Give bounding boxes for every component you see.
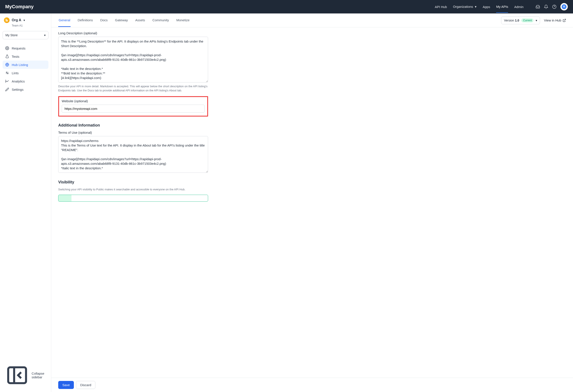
sidebar-item-analytics[interactable]: Analytics bbox=[3, 77, 48, 85]
main-header: General Definitions Docs Gateway Assets … bbox=[51, 14, 573, 27]
version-badge: Current bbox=[521, 18, 534, 22]
terms-label: Terms of Use (optional) bbox=[58, 131, 208, 134]
content-area: Long Description (optional) Describe you… bbox=[51, 27, 573, 378]
svg-rect-2 bbox=[6, 19, 6, 21]
tab-general[interactable]: General bbox=[58, 14, 71, 27]
sidebar-item-label: Lints bbox=[12, 71, 19, 75]
collapse-icon bbox=[5, 363, 29, 387]
sidebar-item-settings[interactable]: Settings bbox=[3, 85, 48, 94]
action-bar: Save Discard bbox=[51, 378, 573, 392]
sidebar-item-label: Tests bbox=[12, 55, 19, 58]
help-icon[interactable] bbox=[552, 4, 556, 9]
sidebar-item-label: Settings bbox=[12, 88, 23, 91]
svg-rect-4 bbox=[7, 20, 8, 21]
flask-icon bbox=[5, 54, 9, 58]
nav-api-hub[interactable]: API Hub bbox=[435, 5, 447, 9]
website-field-highlight: Website (optional) bbox=[58, 96, 208, 117]
header-icons: R bbox=[536, 3, 568, 10]
version-number: 1.0 bbox=[515, 19, 519, 22]
nav-organizations-label: Organizations bbox=[453, 5, 473, 8]
tab-docs[interactable]: Docs bbox=[100, 14, 108, 27]
chart-icon bbox=[5, 79, 9, 83]
svg-point-5 bbox=[7, 48, 8, 49]
visibility-alert bbox=[58, 195, 208, 202]
website-input[interactable] bbox=[62, 105, 205, 113]
nav-my-apis[interactable]: My APIs bbox=[496, 5, 508, 13]
nav-apps[interactable]: Apps bbox=[483, 5, 490, 9]
sidebar-item-label: Analytics bbox=[12, 79, 25, 83]
gear-icon bbox=[5, 46, 9, 50]
avatar-letter: R bbox=[562, 4, 567, 9]
tab-monetize[interactable]: Monetize bbox=[176, 14, 190, 27]
store-select-label: My Store bbox=[5, 34, 18, 37]
version-prefix: Version bbox=[504, 19, 515, 22]
svg-rect-3 bbox=[6, 19, 7, 21]
version-label: Version 1.0 bbox=[504, 19, 519, 22]
sidebar-item-label: Requests bbox=[12, 47, 25, 50]
external-link-icon bbox=[563, 19, 566, 22]
svg-line-15 bbox=[564, 19, 566, 21]
org-name: Org A bbox=[12, 18, 21, 22]
store-select[interactable]: My Store ▾ bbox=[3, 31, 48, 39]
visibility-help: Switching your API visibility to Public … bbox=[58, 187, 208, 192]
long-description-help: Describe your API in more detail. Markdo… bbox=[58, 85, 208, 93]
brand-logo: MyCompany bbox=[5, 4, 34, 10]
collapse-sidebar-label: Collapse sidebar bbox=[32, 372, 46, 379]
save-button[interactable]: Save bbox=[58, 381, 74, 389]
discard-button[interactable]: Discard bbox=[76, 381, 95, 389]
visibility-heading: Visibility bbox=[58, 180, 208, 185]
org-icon bbox=[4, 17, 10, 23]
sidebar-item-tests[interactable]: Tests bbox=[3, 52, 48, 61]
team-name: Team A1 bbox=[3, 24, 48, 27]
tab-definitions[interactable]: Definitions bbox=[77, 14, 93, 27]
website-label: Website (optional) bbox=[62, 99, 205, 103]
org-selector[interactable]: Org A ▾ bbox=[3, 17, 48, 24]
tab-assets[interactable]: Assets bbox=[135, 14, 145, 27]
view-in-hub-link[interactable]: View in Hub bbox=[544, 18, 566, 22]
sliders-icon bbox=[5, 71, 9, 75]
nav-admin[interactable]: Admin bbox=[514, 5, 523, 9]
nav-organizations[interactable]: Organizations ▾ bbox=[453, 5, 477, 9]
tab-gateway[interactable]: Gateway bbox=[115, 14, 128, 27]
sidebar-item-hub-listing[interactable]: Hub Listing bbox=[3, 61, 48, 69]
header-nav: API Hub Organizations ▾ Apps My APIs Adm… bbox=[435, 3, 568, 10]
view-in-hub-label: View in Hub bbox=[544, 18, 561, 22]
globe-icon bbox=[5, 63, 9, 67]
collapse-sidebar-button[interactable]: Collapse sidebar bbox=[3, 361, 48, 389]
sidebar-item-lints[interactable]: Lints bbox=[3, 69, 48, 77]
chevron-down-icon: ▾ bbox=[44, 34, 46, 37]
pencil-icon bbox=[5, 87, 9, 91]
sidebar-item-requests[interactable]: Requests bbox=[3, 44, 48, 52]
chevron-down-icon: ▾ bbox=[23, 18, 25, 22]
bell-icon[interactable] bbox=[544, 4, 548, 9]
avatar[interactable]: R bbox=[560, 3, 568, 10]
sidebar: Org A ▾ Team A1 My Store ▾ Requests Test… bbox=[0, 14, 51, 392]
content-tabs: General Definitions Docs Gateway Assets … bbox=[58, 14, 190, 27]
chevron-down-icon: ▾ bbox=[536, 19, 537, 22]
terms-input[interactable] bbox=[58, 136, 208, 173]
long-description-input[interactable] bbox=[58, 37, 208, 83]
long-description-label: Long Description (optional) bbox=[58, 31, 208, 35]
additional-information-heading: Additional Information bbox=[58, 123, 208, 128]
chevron-down-icon: ▾ bbox=[475, 5, 477, 8]
sidebar-item-label: Hub Listing bbox=[12, 63, 28, 67]
top-header: MyCompany API Hub Organizations ▾ Apps M… bbox=[0, 0, 573, 14]
tab-community[interactable]: Community bbox=[152, 14, 169, 27]
inbox-icon[interactable] bbox=[536, 4, 540, 9]
version-selector[interactable]: Version 1.0 Current ▾ bbox=[501, 17, 540, 24]
